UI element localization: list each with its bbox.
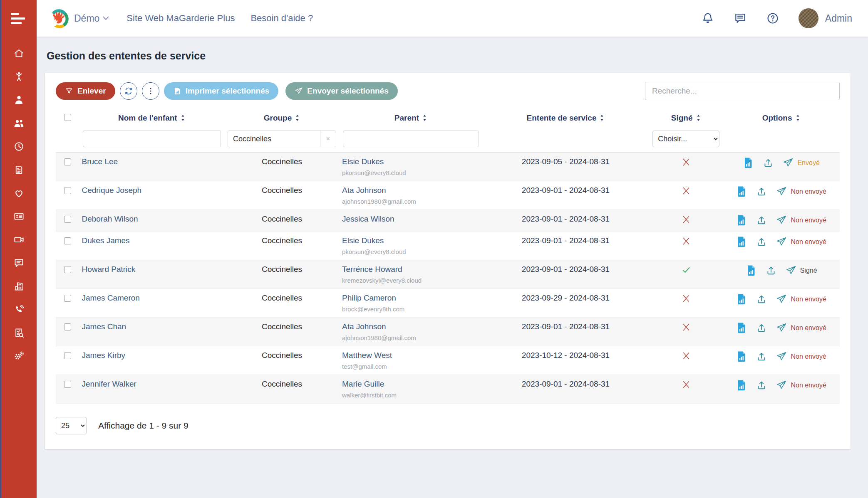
send-entente-button[interactable] [776,351,787,362]
send-entente-button[interactable] [776,186,787,197]
help-icon[interactable] [766,12,779,25]
child-name-link[interactable]: Dukes James [82,236,130,245]
column-header-parent[interactable]: Parent [394,113,427,123]
view-document-button[interactable] [743,157,754,169]
sidebar-item-child[interactable] [11,71,27,83]
send-entente-button[interactable] [776,214,787,226]
column-header-options[interactable]: Options [762,113,801,123]
sidebar-item-chat[interactable] [11,258,27,269]
parent-email: brock@evenry8th.com [342,306,480,313]
child-name-link[interactable]: Bruce Lee [82,157,118,166]
select-all-checkbox[interactable] [64,114,71,121]
child-name-link[interactable]: Howard Patrick [82,265,136,274]
parent-name-link[interactable]: Elsie Dukes [342,236,384,245]
row-checkbox[interactable] [64,187,71,194]
row-checkbox[interactable] [64,237,71,244]
view-document-button[interactable] [736,351,747,362]
view-document-button[interactable] [736,380,747,391]
row-checkbox[interactable] [64,158,71,165]
send-entente-button[interactable] [776,322,787,334]
child-name-link[interactable]: James Cameron [82,293,140,302]
sidebar-item-settings[interactable] [11,351,27,362]
sidebar-item-building[interactable] [11,281,27,293]
send-entente-button[interactable] [776,236,787,248]
view-document-button[interactable] [736,186,747,197]
row-checkbox[interactable] [64,323,71,330]
parent-name-link[interactable]: Philip Cameron [342,293,396,302]
sidebar-item-parents[interactable] [11,118,27,130]
sidebar-item-report[interactable] [11,328,27,339]
refresh-button[interactable] [120,82,137,100]
view-document-button[interactable] [736,214,747,226]
print-selected-button[interactable]: Imprimer sélectionnés [164,82,279,100]
row-checkbox[interactable] [64,381,71,388]
parent-name-link[interactable]: Marie Guille [342,380,384,388]
parent-name-link[interactable]: Ata Johnson [342,322,386,331]
clear-group-filter-button[interactable]: × [320,131,336,147]
brand-menu[interactable]: Démo [74,13,109,24]
sidebar-item-phone[interactable] [11,304,27,316]
child-name-link[interactable]: Jennifer Walker [82,380,136,388]
notifications-bell-icon[interactable] [701,12,714,25]
send-entente-button[interactable] [776,380,787,391]
child-name-link[interactable]: Deborah Wilson [82,214,138,223]
parent-name-link[interactable]: Matthew West [342,351,392,360]
sidebar-item-invoice[interactable] [11,165,27,176]
nav-site-web[interactable]: Site Web MaGarderie Plus [126,13,235,24]
send-entente-button[interactable] [783,157,794,169]
messages-icon[interactable] [734,12,747,25]
sidebar-item-id-card[interactable] [11,211,27,223]
row-checkbox[interactable] [64,352,71,359]
row-checkbox[interactable] [64,266,71,273]
column-header-group[interactable]: Groupe [264,113,300,123]
table-row: James Cameron Coccinelles Philip Cameron… [56,289,840,318]
child-name-link[interactable]: James Chan [82,322,126,331]
entente-period: 2023-09-01 - 2024-08-31 [482,232,649,260]
child-name-link[interactable]: Cedrique Joseph [82,186,142,195]
sidebar-item-educator[interactable] [11,95,27,106]
child-name-filter[interactable] [83,131,221,147]
view-document-button[interactable] [736,322,747,334]
parent-name-link[interactable]: Jessica Wilson [342,214,394,223]
upload-button[interactable] [756,236,767,248]
view-document-button[interactable] [736,236,747,248]
send-entente-button[interactable] [776,293,787,305]
row-checkbox[interactable] [64,295,71,302]
child-name-link[interactable]: James Kirby [82,351,126,360]
signed-filter-select[interactable]: Choisir... [652,131,719,147]
sidebar-item-home[interactable] [11,48,27,60]
column-header-child[interactable]: Nom de l'enfant [118,113,186,123]
sidebar-item-heart[interactable] [11,188,27,200]
group-filter[interactable] [228,131,320,147]
upload-button[interactable] [756,380,767,391]
view-document-button[interactable] [746,265,756,276]
row-checkbox[interactable] [64,216,71,223]
upload-button[interactable] [756,322,767,334]
parent-name-link[interactable]: Terrénce Howard [342,265,402,274]
more-options-button[interactable] [142,82,159,100]
upload-button[interactable] [756,186,767,197]
remove-filter-button[interactable]: Enlever [56,82,115,100]
user-menu[interactable]: Admin [799,8,852,28]
view-document-button[interactable] [736,293,747,305]
sidebar-item-clock[interactable] [11,141,27,153]
upload-button[interactable] [756,351,767,362]
upload-button[interactable] [763,157,774,169]
page-size-select[interactable]: 25 [56,417,87,434]
column-header-signe[interactable]: Signé [671,113,701,123]
column-header-entente[interactable]: Entente de service [527,113,605,123]
group-cell: Coccinelles [224,181,340,210]
nav-help[interactable]: Besoin d'aide ? [250,13,313,24]
upload-button[interactable] [756,214,767,226]
send-selected-button[interactable]: Envoyer sélectionnés [285,82,397,100]
parent-filter[interactable] [343,131,479,147]
parent-name-link[interactable]: Elsie Dukes [342,157,384,166]
menu-icon[interactable] [1,0,37,37]
send-entente-button[interactable] [786,265,796,276]
parent-name-link[interactable]: Ata Johnson [342,186,386,195]
upload-button[interactable] [756,293,767,305]
search-input[interactable] [645,82,840,100]
signed-check-icon [681,265,691,275]
sidebar-item-video-camera[interactable] [11,234,27,246]
upload-button[interactable] [766,265,776,276]
